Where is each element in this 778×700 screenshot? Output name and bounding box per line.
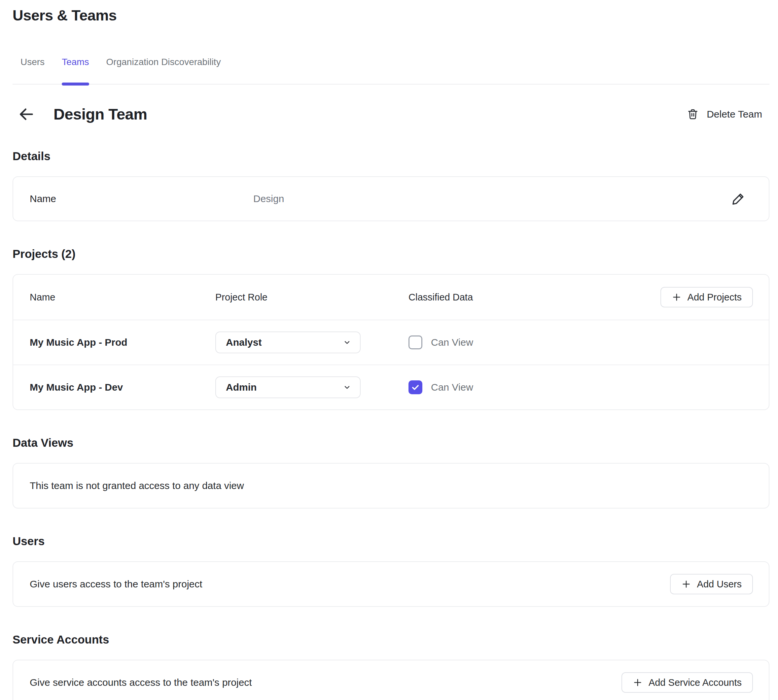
tab-organization-discoverability[interactable]: Organization Discoverability	[106, 57, 221, 84]
tab-users-label: Users	[20, 57, 45, 67]
tab-teams-label: Teams	[62, 57, 89, 67]
add-projects-label: Add Projects	[688, 292, 742, 303]
chevron-down-icon	[343, 383, 352, 392]
users-teams-page: Users & Teams Users Teams Organization D…	[0, 0, 778, 700]
classified-data-group: Can View	[408, 380, 753, 394]
project-row: My Music App - Prod Analyst	[13, 320, 769, 365]
column-header-project-role: Project Role	[215, 292, 408, 303]
column-header-classified-data: Classified Data	[408, 292, 660, 303]
classified-data-group: Can View	[408, 335, 753, 349]
service-accounts-heading: Service Accounts	[13, 633, 770, 647]
details-card: Name Design	[13, 176, 770, 221]
can-view-label: Can View	[431, 337, 473, 348]
add-service-accounts-button[interactable]: Add Service Accounts	[621, 672, 753, 693]
can-view-label: Can View	[431, 382, 473, 393]
data-views-empty-text: This team is not granted access to any d…	[30, 480, 244, 491]
plus-icon	[633, 678, 643, 687]
project-role-select[interactable]: Admin	[215, 377, 361, 398]
delete-team-button[interactable]: Delete Team	[684, 107, 764, 121]
page-title: Users & Teams	[13, 7, 770, 25]
team-header: Design Team Delete Team	[13, 105, 770, 123]
name-label: Name	[30, 193, 253, 204]
trash-icon	[686, 108, 700, 121]
chevron-down-icon	[343, 338, 352, 347]
project-name: My Music App - Prod	[30, 337, 215, 348]
team-title: Design Team	[53, 105, 147, 123]
plus-icon	[681, 579, 691, 589]
plus-icon	[672, 292, 681, 302]
column-header-name: Name	[30, 292, 215, 303]
add-users-label: Add Users	[697, 579, 742, 590]
project-row: My Music App - Dev Admin	[13, 365, 769, 410]
users-description: Give users access to the team's project	[30, 578, 202, 590]
active-tab-underline	[62, 83, 89, 85]
projects-table: Name Project Role Classified Data Add Pr…	[13, 274, 770, 410]
arrow-left-icon	[17, 105, 36, 123]
delete-team-label: Delete Team	[707, 108, 762, 120]
can-view-checkbox[interactable]	[408, 335, 422, 349]
tab-bar: Users Teams Organization Discoverability	[13, 57, 770, 85]
tab-organization-discoverability-label: Organization Discoverability	[106, 57, 221, 67]
project-role-value: Analyst	[226, 337, 262, 348]
project-name: My Music App - Dev	[30, 382, 215, 393]
details-heading: Details	[13, 149, 770, 163]
users-heading: Users	[13, 534, 770, 548]
data-views-card: This team is not granted access to any d…	[13, 463, 770, 508]
project-role-value: Admin	[226, 382, 257, 393]
projects-table-header: Name Project Role Classified Data Add Pr…	[13, 275, 769, 320]
add-users-button[interactable]: Add Users	[670, 574, 753, 594]
users-card: Give users access to the team's project …	[13, 561, 770, 607]
tab-teams[interactable]: Teams	[62, 57, 89, 84]
back-button[interactable]	[17, 105, 36, 123]
service-accounts-description: Give service accounts access to the team…	[30, 677, 252, 688]
can-view-checkbox[interactable]	[408, 380, 422, 394]
project-role-select[interactable]: Analyst	[215, 332, 361, 353]
edit-name-button[interactable]	[730, 190, 747, 207]
projects-heading: Projects (2)	[13, 247, 770, 261]
add-projects-button[interactable]: Add Projects	[660, 287, 753, 307]
pencil-icon	[731, 191, 746, 207]
data-views-heading: Data Views	[13, 436, 770, 450]
add-service-accounts-label: Add Service Accounts	[648, 677, 742, 688]
service-accounts-card: Give service accounts access to the team…	[13, 660, 770, 700]
check-icon	[410, 382, 420, 392]
name-value: Design	[253, 193, 284, 204]
tab-users[interactable]: Users	[20, 57, 45, 84]
